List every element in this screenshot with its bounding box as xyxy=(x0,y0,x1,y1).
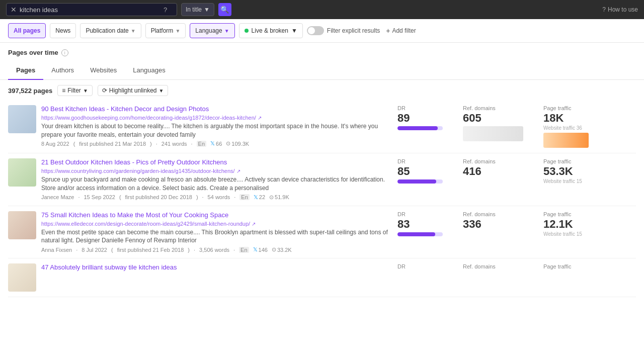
info-icon[interactable]: i xyxy=(61,49,68,56)
result-meta-3: Anna Fixsen · 8 Jul 2022 (first publishe… xyxy=(41,246,389,253)
question-icon: ? xyxy=(602,6,606,13)
search-bar: ✕ ? In title ▼ 🔍 ? How to use xyxy=(0,0,644,19)
filter-explicit-toggle[interactable] xyxy=(307,26,324,35)
result-meta-1: 8 Aug 2022 (first published 21 Mar 2018)… xyxy=(41,140,389,147)
live-indicator xyxy=(245,29,249,33)
twitter-icon: 𝕏 xyxy=(254,194,258,201)
language-filter[interactable]: Language ▼ xyxy=(190,23,234,38)
result-title-4[interactable]: 47 Absolutely brilliant subway tile kitc… xyxy=(41,263,389,272)
result-dr-2: DR 85 xyxy=(389,158,455,184)
result-traffic-1: Page traffic 18K Website traffic 36 xyxy=(535,105,636,148)
table-row: 21 Best Outdoor Kitchen Ideas - Pics of … xyxy=(8,153,636,206)
live-broken-filter[interactable]: Live & broken ▼ xyxy=(239,23,303,38)
highlight-unlinked-button[interactable]: ⟳ Highlight unlinked ▼ xyxy=(98,85,169,96)
search-button[interactable]: 🔍 xyxy=(218,3,231,16)
table-row: 90 Best Kitchen Ideas - Kitchen Decor an… xyxy=(8,100,636,153)
result-thumbnail-3 xyxy=(8,211,36,239)
table-row: 47 Absolutely brilliant subway tile kitc… xyxy=(8,258,636,297)
result-dr-1: DR 89 xyxy=(389,105,455,130)
result-ref-3: Ref. domains 336 xyxy=(455,211,535,230)
dr-bar-fill-3 xyxy=(397,232,435,236)
result-excerpt-1: Your dream kitchen is about to become re… xyxy=(41,122,389,139)
dr-bar-1 xyxy=(397,126,443,130)
backlinks-icon: ⊙ xyxy=(269,194,274,201)
dr-bar-3 xyxy=(397,232,443,236)
result-content-1: 90 Best Kitchen Ideas - Kitchen Decor an… xyxy=(41,105,389,147)
result-main-2: 21 Best Outdoor Kitchen Ideas - Pics of … xyxy=(8,158,389,200)
external-link-icon: ↗ xyxy=(258,115,262,121)
chevron-down-icon: ▼ xyxy=(224,28,229,34)
tab-websites[interactable]: Websites xyxy=(82,61,125,80)
publication-date-filter[interactable]: Publication date ▼ xyxy=(80,23,141,38)
traffic-chart-1 xyxy=(543,133,589,148)
link-icon: ⟳ xyxy=(102,87,107,94)
platform-filter[interactable]: Platform ▼ xyxy=(145,23,186,38)
result-traffic-4: Page traffic xyxy=(535,263,636,270)
how-to-use-link[interactable]: ? How to use xyxy=(602,6,638,13)
chevron-down-icon: ▼ xyxy=(159,88,164,94)
plus-icon: + xyxy=(386,27,390,35)
result-thumbnail-4 xyxy=(8,263,36,292)
result-thumbnail-1 xyxy=(8,105,36,133)
result-main-1: 90 Best Kitchen Ideas - Kitchen Decor an… xyxy=(8,105,389,147)
table-row: 75 Small Kitchen Ideas to Make the Most … xyxy=(8,206,636,258)
result-url-1[interactable]: https://www.goodhousekeeping.com/home/de… xyxy=(41,115,389,121)
chevron-down-icon: ▼ xyxy=(83,88,88,94)
results-count: 397,522 pages xyxy=(8,87,52,95)
result-ref-2: Ref. domains 416 xyxy=(455,158,535,177)
backlinks-icon: ⊙ xyxy=(226,140,230,147)
external-link-icon: ↗ xyxy=(236,168,240,174)
external-link-icon: ↗ xyxy=(252,221,256,227)
result-main-3: 75 Small Kitchen Ideas to Make the Most … xyxy=(8,211,389,253)
tab-authors[interactable]: Authors xyxy=(43,61,82,80)
help-icon[interactable]: ? xyxy=(164,6,167,14)
result-title-3[interactable]: 75 Small Kitchen Ideas to Make the Most … xyxy=(41,211,389,220)
pages-over-time-section: Pages over time i xyxy=(0,43,644,56)
twitter-icon: 𝕏 xyxy=(210,140,215,147)
clear-icon[interactable]: ✕ xyxy=(11,6,17,14)
dr-bar-fill-2 xyxy=(397,179,436,184)
filter-explicit-toggle-wrap: Filter explicit results xyxy=(307,26,380,35)
result-ref-4: Ref. domains xyxy=(455,263,535,270)
tab-pages[interactable]: Pages xyxy=(8,61,43,80)
result-traffic-2: Page traffic 53.3K Website traffic 15 xyxy=(535,158,636,184)
search-input-wrap: ✕ ? xyxy=(6,3,177,16)
search-mode-dropdown[interactable]: In title ▼ xyxy=(181,3,214,16)
result-content-3: 75 Small Kitchen Ideas to Make the Most … xyxy=(41,211,389,253)
dr-bar-2 xyxy=(397,179,443,184)
result-title-1[interactable]: 90 Best Kitchen Ideas - Kitchen Decor an… xyxy=(41,105,389,114)
results-header: 397,522 pages ≡ Filter ▼ ⟳ Highlight unl… xyxy=(8,80,636,100)
result-title-2[interactable]: 21 Best Outdoor Kitchen Ideas - Pics of … xyxy=(41,158,389,167)
result-url-3[interactable]: https://www.elledecor.com/design-decorat… xyxy=(41,221,389,227)
chevron-down-icon: ▼ xyxy=(175,28,180,34)
result-main-4: 47 Absolutely brilliant subway tile kitc… xyxy=(8,263,389,292)
pages-over-time-label: Pages over time xyxy=(8,49,58,56)
result-dr-3: DR 83 xyxy=(389,211,455,236)
news-filter[interactable]: News xyxy=(50,23,76,38)
add-filter-button[interactable]: + Add filter xyxy=(386,27,416,35)
filter-icon: ≡ xyxy=(62,87,65,94)
filter-results-button[interactable]: ≡ Filter ▼ xyxy=(57,85,93,96)
twitter-icon: 𝕏 xyxy=(253,246,258,253)
search-icon: 🔍 xyxy=(220,6,229,14)
result-url-2[interactable]: https://www.countryliving.com/gardening/… xyxy=(41,168,389,174)
filter-bar: All pages News Publication date ▼ Platfo… xyxy=(0,19,644,43)
tab-languages[interactable]: Languages xyxy=(125,61,173,80)
search-input[interactable] xyxy=(20,6,160,14)
toggle-knob xyxy=(308,27,315,34)
chevron-down-icon: ▼ xyxy=(204,6,210,13)
result-dr-4: DR xyxy=(389,263,455,270)
all-pages-filter[interactable]: All pages xyxy=(8,23,46,38)
tabs-bar: Pages Authors Websites Languages xyxy=(0,61,644,80)
result-ref-1: Ref. domains 605 xyxy=(455,105,535,141)
results-area: 397,522 pages ≡ Filter ▼ ⟳ Highlight unl… xyxy=(0,80,644,297)
dr-bar-fill-1 xyxy=(397,126,438,130)
result-excerpt-2: Spruce up your backyard and make cooking… xyxy=(41,175,389,193)
result-content-4: 47 Absolutely brilliant subway tile kitc… xyxy=(41,263,389,272)
chevron-down-icon: ▼ xyxy=(291,27,297,34)
backlinks-icon: ⊙ xyxy=(272,246,276,253)
result-thumbnail-2 xyxy=(8,158,36,187)
result-content-2: 21 Best Outdoor Kitchen Ideas - Pics of … xyxy=(41,158,389,200)
result-meta-2: Janece Maze · 15 Sep 2022 (first publish… xyxy=(41,194,389,201)
result-traffic-3: Page traffic 12.1K Website traffic 15 xyxy=(535,211,636,237)
